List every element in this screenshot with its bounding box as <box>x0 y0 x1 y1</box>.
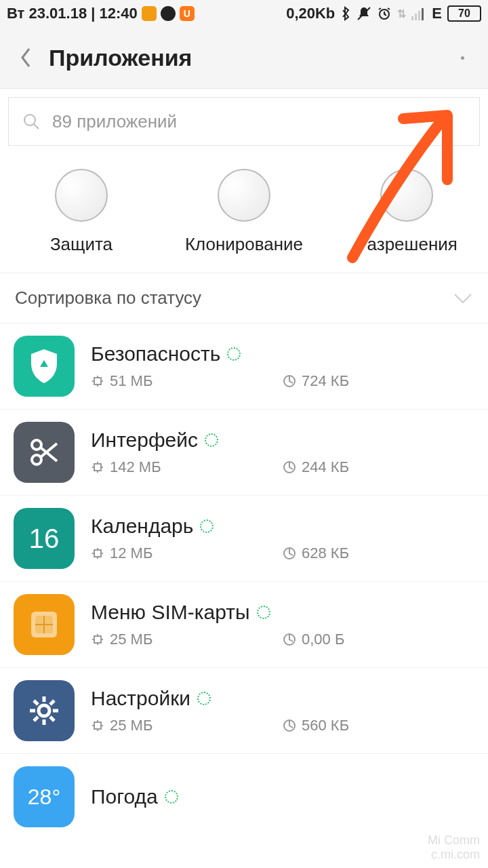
search-placeholder: 89 приложений <box>52 111 177 132</box>
svg-rect-16 <box>94 464 101 471</box>
storage-icon <box>91 547 104 560</box>
svg-rect-2 <box>411 16 413 20</box>
running-badge-icon <box>165 790 178 804</box>
appicon-1 <box>142 6 157 21</box>
svg-line-43 <box>34 701 38 705</box>
svg-point-6 <box>24 115 35 125</box>
running-badge-icon <box>227 347 241 361</box>
running-badge-icon <box>257 606 270 619</box>
appicon-2 <box>161 6 176 21</box>
quick-security[interactable]: Защита <box>3 169 159 255</box>
svg-rect-5 <box>422 8 424 20</box>
app-name-label: Меню SIM-карты <box>91 601 250 624</box>
app-row[interactable]: Меню SIM-карты 25 МБ 0,00 Б <box>0 582 488 668</box>
svg-rect-22 <box>94 550 101 557</box>
quick-circle-icon <box>380 169 433 222</box>
data-icon <box>283 460 296 474</box>
data-value: 560 КБ <box>302 717 349 734</box>
page-title: Приложения <box>49 45 192 71</box>
svg-rect-8 <box>94 378 101 384</box>
app-header: Приложения <box>0 27 488 88</box>
signal-icon <box>411 7 426 20</box>
svg-point-14 <box>32 440 41 450</box>
quick-actions-row: Защита Клонирование Разрешения <box>0 155 488 273</box>
back-button[interactable] <box>12 44 39 71</box>
quick-clone[interactable]: Клонирование <box>166 169 322 255</box>
updown-icon: ⇅ <box>397 7 406 20</box>
quick-permissions[interactable]: Разрешения <box>329 169 485 255</box>
storage-value: 25 МБ <box>110 631 152 648</box>
search-container: 89 приложений <box>0 88 488 155</box>
app-name-label: Безопасность <box>91 342 220 366</box>
data-icon <box>283 719 296 732</box>
status-bar: Вт 23.01.18 | 12:40 U 0,20Kb ⇅ E 70 <box>0 0 488 27</box>
app-icon <box>14 336 75 397</box>
running-badge-icon <box>205 433 218 447</box>
storage-icon <box>91 460 104 474</box>
appicon-uc: U <box>180 6 195 21</box>
app-icon <box>14 594 75 655</box>
vibrate-icon <box>357 6 371 21</box>
quick-label: Разрешения <box>356 234 458 255</box>
storage-value: 25 МБ <box>110 717 152 734</box>
svg-line-45 <box>34 717 38 721</box>
battery-icon: 70 <box>447 5 481 22</box>
svg-rect-47 <box>94 722 101 729</box>
quick-label: Защита <box>50 234 113 255</box>
app-icon <box>14 422 75 483</box>
app-row[interactable]: Настройки 25 МБ 560 КБ <box>0 668 488 754</box>
storage-icon <box>91 374 104 388</box>
app-row[interactable]: 16 Календарь 12 МБ 628 КБ <box>0 496 488 582</box>
sort-row[interactable]: Сортировка по статусу <box>0 273 488 323</box>
sort-label: Сортировка по статусу <box>15 288 201 309</box>
svg-line-44 <box>50 717 54 721</box>
svg-line-7 <box>34 124 39 129</box>
chevron-down-icon <box>453 292 473 305</box>
search-input[interactable]: 89 приложений <box>8 97 480 146</box>
storage-icon <box>91 633 104 646</box>
bluetooth-icon <box>340 6 351 21</box>
data-value: 724 КБ <box>302 372 349 390</box>
search-icon <box>22 113 40 130</box>
data-value: 628 КБ <box>302 545 349 562</box>
status-datetime: Вт 23.01.18 | 12:40 <box>7 5 138 22</box>
svg-rect-4 <box>418 11 420 20</box>
app-list: Безопасность 51 МБ 724 КБ <box>0 323 488 840</box>
app-icon: 28° <box>14 766 75 827</box>
storage-icon <box>91 719 104 732</box>
svg-rect-32 <box>94 636 101 643</box>
running-badge-icon <box>197 692 211 705</box>
svg-point-15 <box>32 455 41 465</box>
app-name-label: Календарь <box>91 515 193 538</box>
storage-value: 12 МБ <box>110 545 152 562</box>
app-icon: 16 <box>14 508 75 569</box>
overflow-menu-button[interactable] <box>449 44 476 71</box>
app-name-label: Погода <box>91 785 158 808</box>
data-value: 0,00 Б <box>302 631 344 648</box>
storage-value: 142 МБ <box>110 458 161 476</box>
svg-point-38 <box>39 705 49 716</box>
quick-circle-icon <box>55 169 108 222</box>
alarm-icon <box>377 6 392 21</box>
data-icon <box>283 374 296 388</box>
app-row[interactable]: Интерфейс 142 МБ 244 КБ <box>0 410 488 496</box>
quick-label: Клонирование <box>185 234 303 255</box>
app-name-label: Настройки <box>91 687 190 710</box>
app-icon <box>14 680 75 741</box>
running-badge-icon <box>200 519 214 533</box>
app-name-label: Интерфейс <box>91 429 198 452</box>
svg-line-46 <box>50 701 54 705</box>
storage-value: 51 МБ <box>110 372 152 390</box>
quick-circle-icon <box>218 169 270 222</box>
app-row[interactable]: Безопасность 51 МБ 724 КБ <box>0 323 488 410</box>
network-type: E <box>432 5 442 22</box>
data-value: 244 КБ <box>302 458 349 476</box>
svg-rect-3 <box>415 14 417 20</box>
data-rate: 0,20Kb <box>286 5 335 22</box>
data-icon <box>283 547 296 560</box>
data-icon <box>283 633 296 646</box>
app-row[interactable]: 28° Погода <box>0 754 488 840</box>
